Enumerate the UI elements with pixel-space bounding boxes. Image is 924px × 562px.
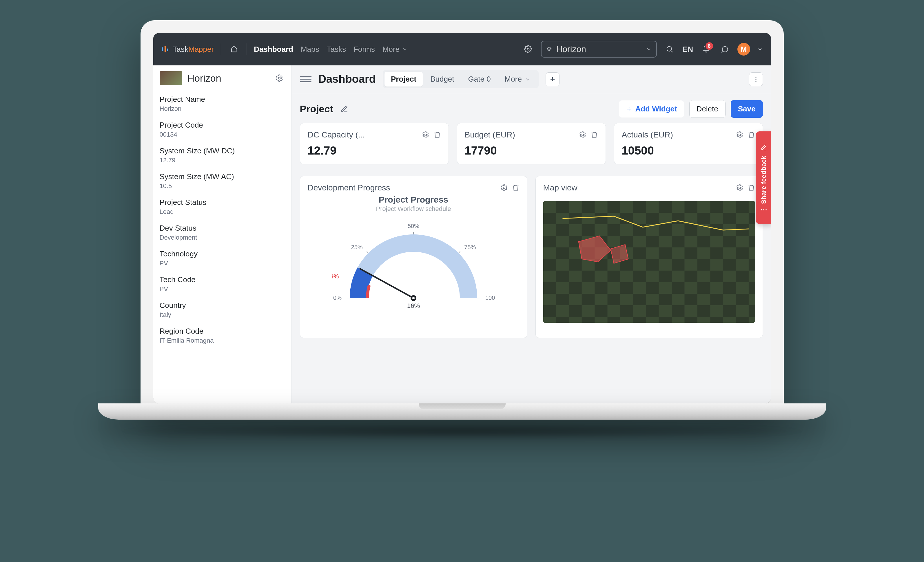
project-selector-label: Horizon [556, 44, 642, 54]
widget-delete-icon[interactable] [591, 131, 598, 139]
map-view-title: Map view [543, 183, 732, 193]
gauge-chart: 0%25%50%75%100%9%16% [332, 215, 495, 311]
dev-progress-title: Development Progress [308, 183, 496, 193]
gauge-marker-label: 9% [332, 273, 339, 280]
widget-settings-icon[interactable] [422, 131, 429, 139]
sidebar-row[interactable]: Project NameHorizon [153, 91, 291, 117]
app-root: TaskMapper Dashboard Maps Tasks Forms Mo… [153, 33, 771, 404]
share-feedback-label: Share feedback [760, 156, 768, 204]
gauge-title: Project Progress [379, 195, 448, 205]
user-menu-chevron-icon[interactable] [757, 46, 763, 52]
sidebar-row[interactable]: System Size (MW AC)10.5 [153, 168, 291, 194]
gauge-tick-label: 0% [333, 294, 342, 301]
gauge-tick-label: 75% [464, 244, 476, 250]
widget-delete-icon[interactable] [512, 184, 519, 191]
nav-maps[interactable]: Maps [301, 45, 319, 54]
svg-point-6 [755, 77, 756, 78]
brand[interactable]: TaskMapper [161, 45, 214, 54]
sidebar-row[interactable]: Region CodeIT-Emilia Romagna [153, 323, 291, 348]
metric-value: 10500 [622, 144, 755, 157]
sidebar-row-value: PV [160, 285, 285, 293]
subheader: Dashboard Project Budget Gate 0 More [292, 66, 771, 93]
sidebar-row-value: Lead [160, 208, 285, 215]
metric-value: 12.79 [308, 144, 441, 157]
svg-point-29 [761, 209, 762, 211]
gauge-tick-label: 100% [485, 294, 495, 301]
widget-delete-icon[interactable] [434, 131, 441, 139]
kebab-menu-button[interactable] [749, 72, 763, 86]
tab-budget[interactable]: Budget [424, 72, 460, 87]
home-icon[interactable] [228, 43, 240, 55]
dashboard-tabs: Project Budget Gate 0 More [383, 70, 538, 88]
save-button[interactable]: Save [731, 100, 763, 118]
language-switch[interactable]: EN [682, 45, 693, 54]
svg-point-20 [412, 297, 415, 299]
svg-point-5 [278, 77, 280, 79]
sidebar-row[interactable]: System Size (MW DC)12.79 [153, 142, 291, 168]
widget-delete-icon[interactable] [747, 131, 755, 139]
metric-row: DC Capacity (...12.79Budget (EUR)17790Ac… [300, 123, 763, 164]
nav-dashboard[interactable]: Dashboard [254, 45, 293, 54]
project-selector[interactable]: Horizon [541, 41, 657, 58]
metric-card: DC Capacity (...12.79 [300, 123, 449, 164]
primary-nav: Dashboard Maps Tasks Forms More [254, 45, 408, 54]
pencil-icon [760, 144, 767, 151]
dots-icon [760, 208, 767, 211]
svg-point-8 [755, 81, 756, 82]
delete-button[interactable]: Delete [689, 100, 726, 118]
user-avatar[interactable]: M [737, 43, 750, 55]
svg-rect-0 [162, 48, 163, 51]
sidebar-row-label: System Size (MW DC) [160, 146, 285, 155]
add-widget-button[interactable]: Add Widget [619, 100, 684, 118]
gauge-tick-label: 25% [351, 244, 363, 250]
nav-more[interactable]: More [382, 45, 408, 54]
topbar-divider [221, 43, 221, 55]
nav-forms[interactable]: Forms [354, 45, 375, 54]
svg-point-7 [755, 79, 756, 79]
laptop-frame: TaskMapper Dashboard Maps Tasks Forms Mo… [141, 20, 784, 420]
widget-settings-icon[interactable] [736, 131, 744, 139]
content-area[interactable]: DC Capacity (...12.79Budget (EUR)17790Ac… [292, 120, 771, 404]
sidebar-row[interactable]: TechnologyPV [153, 245, 291, 271]
svg-point-30 [763, 209, 764, 211]
tab-gate0[interactable]: Gate 0 [462, 72, 497, 87]
widget-settings-icon[interactable] [736, 184, 744, 191]
search-icon[interactable] [664, 43, 675, 55]
svg-point-12 [503, 187, 505, 189]
chat-icon[interactable] [719, 43, 730, 55]
notifications-icon[interactable]: 6 [700, 43, 712, 55]
widget-delete-icon[interactable] [747, 184, 755, 191]
svg-point-9 [424, 134, 426, 136]
tab-project[interactable]: Project [384, 72, 423, 87]
metric-value: 17790 [465, 144, 598, 157]
svg-point-21 [739, 187, 741, 189]
nav-tasks[interactable]: Tasks [327, 45, 346, 54]
sidebar-row[interactable]: Project StatusLead [153, 194, 291, 220]
widget-settings-icon[interactable] [579, 131, 586, 139]
sidebar-row[interactable]: CountryItaly [153, 297, 291, 323]
share-feedback-tab[interactable]: Share feedback [756, 132, 771, 224]
sidebar-row-value: Development [160, 234, 285, 241]
settings-icon[interactable] [522, 43, 534, 55]
sidebar-row-label: Dev Status [160, 224, 285, 233]
sidebar-row-label: System Size (MW AC) [160, 172, 285, 181]
sidebar-row-value: PV [160, 260, 285, 267]
sidebar-row-label: Region Code [160, 327, 285, 336]
edit-section-icon[interactable] [338, 103, 350, 115]
gauge-tick-label: 50% [408, 223, 419, 229]
sidebar-row-label: Project Name [160, 95, 285, 104]
tab-more[interactable]: More [498, 72, 537, 87]
svg-rect-1 [164, 46, 165, 52]
sidebar-settings-icon[interactable] [273, 72, 285, 84]
sidebar-list[interactable]: Project NameHorizonProject Code00134Syst… [153, 91, 291, 404]
sidebar-row[interactable]: Dev StatusDevelopment [153, 220, 291, 245]
sidebar-row[interactable]: Tech CodePV [153, 271, 291, 297]
svg-point-11 [739, 134, 741, 136]
widget-settings-icon[interactable] [500, 184, 508, 191]
sidebar-title: Horizon [188, 73, 268, 84]
add-tab-button[interactable] [546, 72, 560, 86]
svg-point-3 [527, 48, 530, 50]
sidebar-toggle-icon[interactable] [300, 73, 312, 85]
map-preview[interactable] [543, 201, 755, 323]
sidebar-row[interactable]: Project Code00134 [153, 117, 291, 142]
